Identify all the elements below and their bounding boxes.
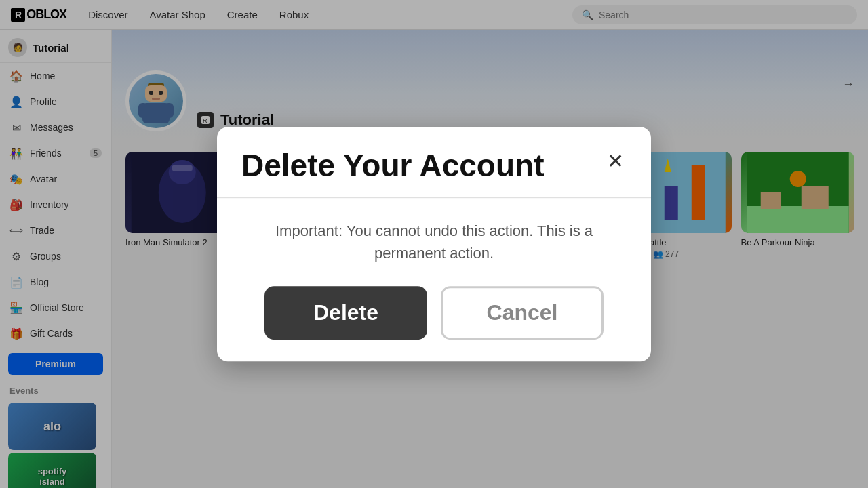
delete-button[interactable]: Delete: [264, 286, 427, 340]
modal-header: Delete Your Account ✕: [217, 127, 651, 198]
cancel-button[interactable]: Cancel: [441, 286, 604, 340]
delete-account-modal: Delete Your Account ✕ Important: You can…: [217, 127, 651, 361]
modal-title: Delete Your Account: [241, 148, 544, 183]
modal-body: Important: You cannot undo this action. …: [217, 198, 651, 361]
modal-close-button[interactable]: ✕: [604, 148, 627, 174]
modal-actions: Delete Cancel: [241, 286, 627, 340]
modal-message: Important: You cannot undo this action. …: [241, 220, 627, 264]
